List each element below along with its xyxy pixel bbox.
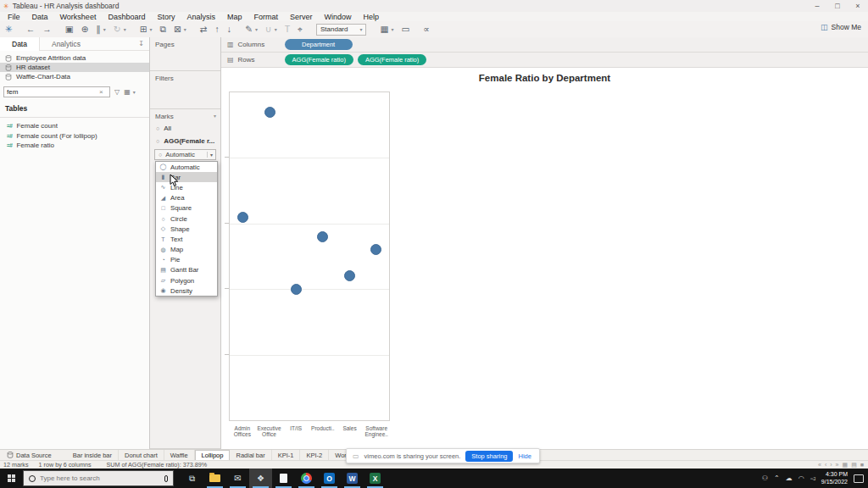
mark-type-menu-item[interactable]: ◯ Automatic <box>156 162 217 172</box>
outlook-button[interactable]: O <box>318 469 341 488</box>
menu-item[interactable]: Window <box>319 13 358 21</box>
pause-dropdown-icon[interactable]: ▾ <box>103 26 106 32</box>
screen-share-app-button[interactable]: ❖ <box>249 469 272 488</box>
pages-card[interactable]: Pages <box>150 37 220 71</box>
field-item[interactable]: =# Female count <box>0 121 149 131</box>
hide-notification-button[interactable]: Hide <box>518 452 532 460</box>
volume-icon[interactable]: ◅ <box>810 474 815 482</box>
mark-type-menu-item[interactable]: ▮ Bar <box>156 172 217 182</box>
minimize-button[interactable]: – <box>807 2 827 10</box>
cards-dropdown-icon[interactable]: ▾ <box>391 26 393 32</box>
fit-selector[interactable]: Standard ▾ <box>316 24 366 36</box>
highlight-icon[interactable]: ✎ <box>245 25 253 34</box>
rows-shelf[interactable]: ▤ Rows AGG(Female ratio)AGG(Female ratio… <box>221 53 868 68</box>
tab-analytics[interactable]: Analytics <box>40 37 92 51</box>
menu-item[interactable]: Map <box>221 13 248 21</box>
filters-card[interactable]: Filters <box>150 71 220 109</box>
swap-axes-icon[interactable]: ⇄ <box>200 25 208 34</box>
clear-dropdown-icon[interactable]: ▾ <box>184 26 186 32</box>
sort-ascending-icon[interactable]: ↑ <box>215 25 220 34</box>
last-sheet-icon[interactable]: » <box>836 462 839 468</box>
data-source-item[interactable]: HR dataset <box>0 63 149 72</box>
tab-data[interactable]: Data <box>0 37 40 51</box>
marks-pane-item[interactable]: ○ AGG(Female r... <box>150 135 220 147</box>
chrome-button[interactable] <box>295 469 318 488</box>
clear-search-icon[interactable]: × <box>99 88 103 96</box>
sort-descending-icon[interactable]: ↓ <box>227 25 231 34</box>
scatter-point[interactable] <box>291 284 302 295</box>
data-source-tab[interactable]: Data Source <box>0 450 58 460</box>
action-center-icon[interactable] <box>854 474 864 483</box>
presentation-mode-icon[interactable]: ▭ <box>401 25 409 34</box>
mark-type-menu-item[interactable]: T Text <box>156 234 217 244</box>
mark-type-menu-item[interactable]: □ Square <box>156 203 217 214</box>
file-explorer-button[interactable] <box>203 469 226 488</box>
share-workbook-icon[interactable]: ∝ <box>423 25 430 34</box>
mark-type-menu-item[interactable]: ▱ Polygon <box>156 275 217 286</box>
field-search-box[interactable]: × <box>3 86 110 97</box>
plot-area[interactable] <box>229 92 390 421</box>
refresh-dropdown-icon[interactable]: ▾ <box>124 26 126 32</box>
menu-item[interactable]: Dashboard <box>102 13 151 21</box>
sheet-tab[interactable]: Waffle <box>164 450 195 460</box>
mark-type-menu-item[interactable]: ◉ Density <box>156 286 217 296</box>
marks-pane-item[interactable]: ○ All <box>150 122 220 135</box>
mark-type-menu-item[interactable]: ◍ Map <box>156 245 217 255</box>
menu-item[interactable]: Data <box>26 13 54 21</box>
columns-shelf[interactable]: ▥ Columns Department <box>221 37 868 53</box>
sheet-tab[interactable]: Radial bar <box>230 450 271 460</box>
fix-axes-icon[interactable]: ⌖ <box>298 25 303 34</box>
mail-button[interactable]: ✉ <box>226 469 249 488</box>
start-button[interactable] <box>0 469 23 488</box>
tray-expand-icon[interactable]: ⌃ <box>774 474 780 482</box>
refresh-icon[interactable]: ↻ <box>114 25 121 34</box>
microphone-icon[interactable] <box>164 475 168 482</box>
new-worksheet-dropdown-icon[interactable]: ▾ <box>149 26 152 32</box>
mark-type-menu-item[interactable]: ◢ Area <box>156 193 217 203</box>
dimension-pill[interactable]: Department <box>285 39 353 50</box>
onedrive-icon[interactable]: ☁ <box>786 474 793 482</box>
sheet-tab[interactable]: KPI-2 <box>300 450 329 460</box>
show-sheet-sorter-icon[interactable]: ▦ <box>843 462 849 469</box>
show-hide-cards-icon[interactable]: ▦ <box>380 25 388 34</box>
pin-icon[interactable]: ↧ <box>138 40 149 47</box>
mark-type-menu-item[interactable]: ◇ Shape <box>156 224 217 234</box>
task-view-button[interactable]: ⧉ <box>181 469 203 488</box>
new-worksheet-icon[interactable]: ⊞ <box>140 25 147 34</box>
clear-sheet-icon[interactable]: ⊠ <box>174 25 181 34</box>
excel-button[interactable]: X <box>364 469 387 488</box>
redo-icon[interactable]: → <box>42 25 52 34</box>
marks-collapse-icon[interactable]: ▾ <box>214 113 220 120</box>
taskbar-search-input[interactable] <box>40 474 150 482</box>
show-me-button[interactable]: ◫ Show Me <box>821 23 861 31</box>
first-sheet-icon[interactable]: « <box>818 462 821 468</box>
tray-people-icon[interactable]: ⚇ <box>762 474 768 482</box>
mark-type-dropdown-icon[interactable]: ▾ <box>207 152 215 158</box>
document-app-button[interactable] <box>272 469 295 488</box>
view-options-dropdown-icon[interactable]: ▾ <box>133 89 136 95</box>
next-sheet-icon[interactable]: › <box>830 462 832 468</box>
menu-item[interactable]: Help <box>358 13 386 21</box>
scatter-point[interactable] <box>317 231 328 242</box>
maximize-button[interactable]: □ <box>827 2 848 10</box>
stop-sharing-button[interactable]: Stop sharing <box>465 451 513 462</box>
pause-updates-icon[interactable]: ∥ <box>97 25 101 34</box>
group-members-icon[interactable]: ∪ <box>265 25 272 34</box>
prev-sheet-icon[interactable]: ‹ <box>825 462 826 468</box>
sheet-tab[interactable]: Donut chart <box>119 450 164 460</box>
field-search-input[interactable] <box>4 88 99 96</box>
taskbar-clock[interactable]: 4:30 PM 9/15/2022 <box>821 471 848 486</box>
mark-type-menu-item[interactable]: ○ Circle <box>156 214 217 224</box>
show-mark-labels-icon[interactable]: T <box>285 25 290 34</box>
save-icon[interactable]: ▣ <box>65 25 74 34</box>
menu-item[interactable]: Worksheet <box>54 13 103 21</box>
duplicate-icon[interactable]: ⧉ <box>159 25 166 34</box>
tableau-toolbar-logo-icon[interactable]: ✳ <box>5 25 13 34</box>
filter-fields-icon[interactable]: ▽ <box>114 88 120 96</box>
highlight-dropdown-icon[interactable]: ▾ <box>255 26 258 32</box>
mark-type-menu-item[interactable]: ◔ Pie <box>156 255 217 265</box>
measure-pill[interactable]: AGG(Female ratio) <box>285 54 353 65</box>
add-data-source-icon[interactable]: ⊕ <box>81 25 89 34</box>
show-tabs-icon[interactable]: ■ <box>860 462 864 468</box>
group-dropdown-icon[interactable]: ▾ <box>275 26 277 32</box>
